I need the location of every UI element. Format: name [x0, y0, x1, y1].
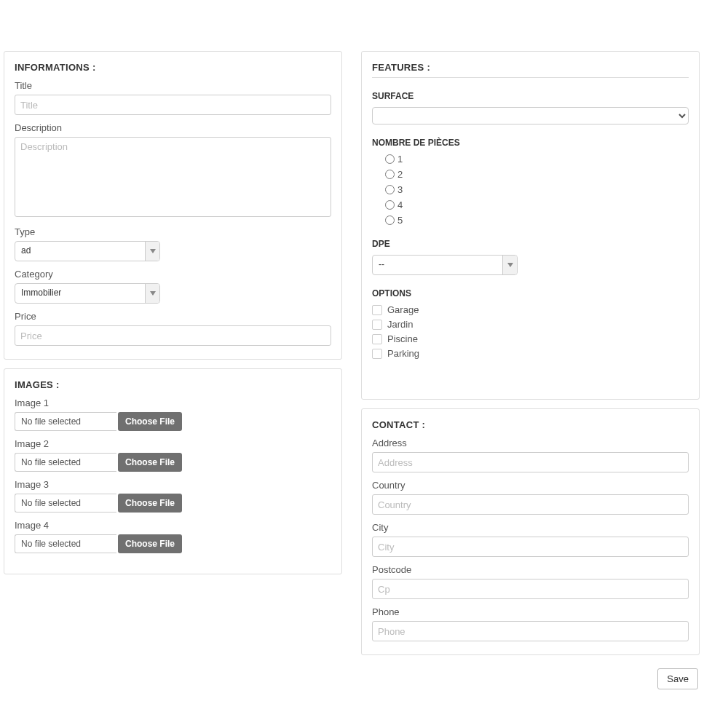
option-checkbox[interactable]: [372, 320, 382, 330]
price-input[interactable]: [15, 325, 331, 346]
option-label: Piscine: [387, 333, 418, 344]
option-checkbox[interactable]: [372, 349, 382, 359]
save-button[interactable]: Save: [657, 668, 698, 689]
rooms-radio[interactable]: [385, 154, 395, 164]
chevron-down-icon: [502, 256, 517, 274]
option-row: Jardin: [372, 319, 689, 330]
city-input[interactable]: [372, 537, 689, 557]
file-selected-text: No file selected: [15, 412, 116, 431]
description-label: Description: [15, 122, 331, 133]
panel-features: Features : Surface Nombre de pièces 1234…: [361, 51, 700, 400]
image-label: Image 1: [15, 397, 331, 408]
rooms-option-label: 1: [397, 154, 403, 165]
type-select[interactable]: ad: [15, 241, 160, 261]
option-row: Garage: [372, 304, 689, 315]
option-row: Parking: [372, 348, 689, 359]
choose-file-button[interactable]: Choose File: [118, 494, 182, 513]
option-label: Garage: [387, 304, 419, 315]
type-label: Type: [15, 226, 331, 237]
file-selected-text: No file selected: [15, 453, 116, 472]
country-label: Country: [372, 480, 689, 491]
city-label: City: [372, 522, 689, 533]
informations-heading: Informations :: [15, 62, 331, 73]
choose-file-button[interactable]: Choose File: [118, 412, 182, 431]
rooms-radio[interactable]: [385, 185, 395, 194]
postcode-label: Postcode: [372, 564, 689, 575]
option-checkbox[interactable]: [372, 334, 382, 344]
country-input[interactable]: [372, 494, 689, 515]
postcode-input[interactable]: [372, 579, 689, 599]
phone-label: Phone: [372, 606, 689, 617]
option-row: Piscine: [372, 333, 689, 344]
chevron-down-icon: [145, 284, 159, 303]
type-select-value: ad: [15, 242, 145, 261]
category-select[interactable]: Immobilier: [15, 283, 160, 304]
rooms-radio[interactable]: [385, 200, 395, 210]
phone-input[interactable]: [372, 621, 689, 641]
features-heading: Features :: [372, 62, 689, 73]
rooms-label: Nombre de pièces: [372, 138, 689, 148]
category-label: Category: [15, 269, 331, 280]
divider: [372, 77, 689, 78]
category-select-value: Immobilier: [15, 284, 145, 303]
dpe-select-value: --: [373, 256, 502, 274]
panel-informations: Informations : Title Description Type ad…: [4, 51, 342, 360]
rooms-option[interactable]: 4: [385, 199, 689, 210]
panel-images: Images : Image 1No file selectedChoose F…: [4, 368, 342, 574]
rooms-radio[interactable]: [385, 215, 395, 225]
rooms-option[interactable]: 5: [385, 215, 689, 226]
image-label: Image 3: [15, 479, 331, 490]
panel-contact: Contact : Address Country City Postcode …: [361, 408, 700, 655]
surface-label: Surface: [372, 91, 689, 101]
option-label: Jardin: [387, 319, 413, 330]
surface-select[interactable]: [372, 107, 689, 124]
dpe-label: DPE: [372, 239, 689, 249]
address-label: Address: [372, 438, 689, 448]
option-label: Parking: [387, 348, 419, 359]
rooms-option[interactable]: 2: [385, 169, 689, 180]
image-label: Image 2: [15, 438, 331, 449]
rooms-option-label: 2: [397, 169, 403, 180]
address-input[interactable]: [372, 452, 689, 472]
choose-file-button[interactable]: Choose File: [118, 534, 182, 553]
contact-heading: Contact :: [372, 419, 689, 430]
rooms-option-label: 4: [397, 199, 403, 210]
images-heading: Images :: [15, 379, 331, 390]
file-selected-text: No file selected: [15, 534, 116, 553]
rooms-radio[interactable]: [385, 170, 395, 179]
rooms-option[interactable]: 1: [385, 154, 689, 165]
option-checkbox[interactable]: [372, 305, 382, 315]
file-selected-text: No file selected: [15, 494, 116, 513]
chevron-down-icon: [145, 242, 159, 261]
price-label: Price: [15, 311, 331, 322]
title-input[interactable]: [15, 95, 331, 115]
rooms-option-label: 5: [397, 215, 403, 226]
rooms-option-label: 3: [397, 184, 403, 195]
image-label: Image 4: [15, 520, 331, 531]
choose-file-button[interactable]: Choose File: [118, 453, 182, 472]
rooms-option[interactable]: 3: [385, 184, 689, 195]
description-input[interactable]: [15, 137, 331, 217]
title-label: Title: [15, 80, 331, 91]
dpe-select[interactable]: --: [372, 255, 518, 275]
options-label: Options: [372, 288, 689, 298]
